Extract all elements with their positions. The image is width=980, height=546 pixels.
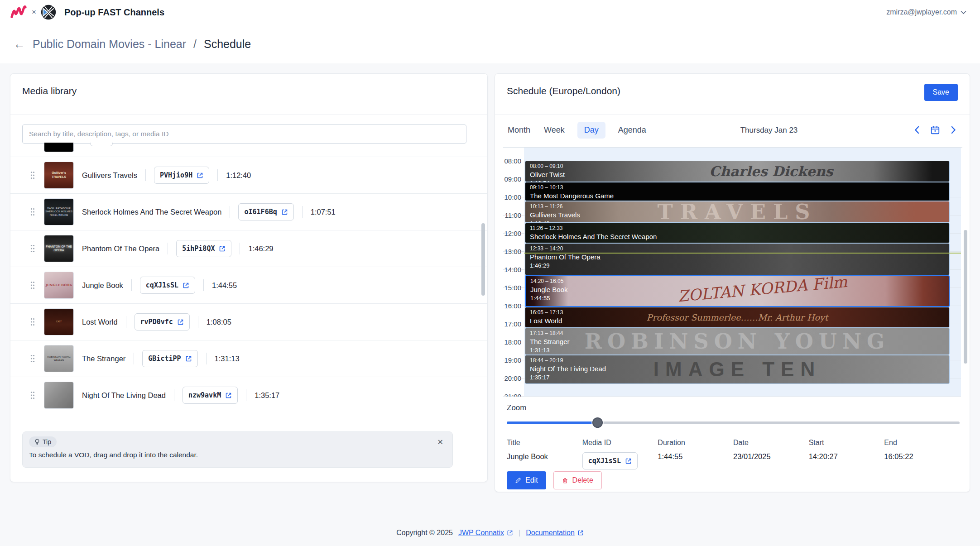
media-library-title: Media library	[22, 86, 77, 96]
detail-value: 23/01/2025	[733, 452, 809, 461]
event-content: 17:13 – 18:44The Stranger1:31:13	[525, 328, 949, 355]
calendar-event[interactable]: 12:33 – 14:20Phantom Of The Opera1:46:29	[525, 243, 950, 275]
back-arrow[interactable]: ←	[14, 37, 25, 51]
media-id-chip[interactable]: cqXJ1sSL	[140, 277, 195, 294]
event-details: TitleJungle BookMedia IDcqXJ1sSLDuration…	[507, 439, 960, 469]
event-time-range: 10:13 – 11:26	[530, 203, 945, 210]
media-thumbnail: PHANTOM OF THE OPERA	[44, 235, 74, 262]
separator	[198, 316, 198, 328]
media-row[interactable]: Night Of The Living Deadnzw9avkM1:35:17	[10, 377, 487, 413]
media-id-chip[interactable]: cqXJ1sSL	[582, 452, 638, 469]
event-content: 12:33 – 14:20Phantom Of The Opera1:46:29	[525, 244, 949, 271]
media-row[interactable]: CASTLost WorldrvPD0vfc1:08:05	[10, 304, 487, 340]
media-thumbnail	[44, 143, 74, 152]
event-time-range: 14:20 – 16:05	[530, 278, 944, 284]
calendar-icon[interactable]	[930, 125, 940, 135]
tab-day[interactable]: Day	[577, 122, 605, 139]
detail-column: Duration1:44:55	[658, 439, 733, 469]
media-id-chip[interactable]: oI61F6Bq	[238, 203, 293, 220]
separator	[230, 206, 230, 218]
zoom-slider[interactable]	[507, 421, 960, 424]
event-title: Lost World	[530, 317, 945, 325]
event-duration: 1:46:29	[530, 262, 945, 269]
tab-month[interactable]: Month	[507, 122, 531, 139]
calendar-event[interactable]: Charles Dickens08:00 – 09:10Oliver Twist…	[525, 161, 950, 182]
detail-label: Title	[507, 439, 582, 447]
edit-button[interactable]: Edit	[507, 471, 546, 489]
media-duration: 1:46:29	[248, 244, 273, 253]
media-row[interactable]: PHANTOM OF THE OPERAPhantom Of The Opera…	[10, 230, 487, 267]
media-id-chip[interactable]: PVHjio9H	[154, 167, 209, 184]
jwplayer-logo	[10, 5, 27, 19]
separator	[203, 279, 204, 291]
save-button[interactable]: Save	[924, 84, 958, 101]
calendar-toolbar: MonthWeekDayAgenda Thursday Jan 23	[495, 115, 970, 147]
calendar-event[interactable]: 11:26 – 12:33Sherlock Holmes And The Sec…	[525, 223, 950, 243]
drag-handle-icon[interactable]	[29, 208, 36, 216]
media-list-scrollbar[interactable]	[481, 223, 485, 296]
drag-handle-icon[interactable]	[29, 171, 36, 179]
event-title: The Stranger	[530, 338, 945, 345]
tab-week[interactable]: Week	[543, 122, 566, 139]
detail-label: Date	[733, 439, 809, 447]
drag-handle-icon[interactable]	[29, 318, 36, 326]
drag-handle-icon[interactable]	[29, 391, 36, 399]
media-duration: 1:35:17	[255, 391, 279, 400]
media-row-partial[interactable]	[10, 143, 487, 157]
media-duration: 1:12:40	[226, 171, 251, 180]
event-time-range: 12:33 – 14:20	[530, 245, 945, 252]
tab-agenda[interactable]: Agenda	[617, 122, 647, 139]
detail-label: End	[884, 439, 960, 447]
calendar-event[interactable]: ZOLTAN KORDA Film14:20 – 16:05Jungle Boo…	[525, 275, 950, 307]
media-row[interactable]: JUNGLE BOOKJungle BookcqXJ1sSL1:44:55	[10, 267, 487, 304]
breadcrumb-channel-link[interactable]: Public Domain Movies - Linear	[33, 38, 186, 51]
external-link-icon	[507, 530, 513, 536]
media-id-chip[interactable]: rvPD0vfc	[135, 313, 190, 330]
tip-badge: Tip	[29, 436, 57, 447]
calendar-event[interactable]: Professor Summerlee……Mr. Arthur Hoyt16:0…	[525, 307, 950, 327]
event-time-range: 08:00 – 09:10	[530, 163, 945, 169]
search-input[interactable]	[22, 125, 466, 144]
delete-button[interactable]: Delete	[553, 471, 602, 489]
calendar-scrollbar[interactable]	[964, 230, 967, 364]
user-menu[interactable]: zmirza@jwplayer.com	[886, 0, 966, 24]
day-calendar[interactable]: 08:0009:0010:0011:0012:0013:0014:0015:00…	[503, 147, 962, 397]
zoom-slider-thumb[interactable]	[592, 417, 603, 428]
tip-box: Tip ✕ To schedule a VOD, drag and drop i…	[22, 431, 453, 468]
zoom-label: Zoom	[507, 403, 526, 412]
calendar-event[interactable]: IMAGE TEN18:44 – 20:19Night Of The Livin…	[525, 355, 950, 383]
media-id-chip[interactable]	[90, 143, 113, 146]
calendar-event[interactable]: TRAVELS10:13 – 11:26Gullivers Travels1:1…	[525, 201, 950, 223]
drag-handle-icon[interactable]	[29, 281, 36, 289]
jwp-connatix-link[interactable]: JWP Connatix	[458, 529, 513, 537]
events-layer: Charles Dickens08:00 – 09:10Oliver Twist…	[503, 148, 962, 397]
calendar-date-label: Thursday Jan 23	[730, 126, 807, 135]
media-row[interactable]: BASIL RATHBONE SHERLOCK HOLMES NIGEL BRU…	[10, 194, 487, 230]
drag-handle-icon[interactable]	[29, 244, 36, 253]
footer: Copyright © 2025 JWP Connatix | Document…	[0, 529, 980, 537]
media-id-chip[interactable]: nzw9avkM	[183, 387, 238, 404]
connatix-logo	[41, 5, 56, 20]
media-library-panel: Media library Gulliver's TRAVELSGulliver…	[10, 73, 488, 482]
drag-handle-icon[interactable]	[29, 354, 36, 363]
media-id-chip[interactable]: GBictiPP	[142, 350, 197, 367]
chevron-left-icon[interactable]	[914, 126, 919, 134]
calendar-event[interactable]: 09:10 – 10:13The Most Dangerous Game	[525, 182, 950, 201]
calendar-event[interactable]: ROBINSON YOUNG17:13 – 18:44The Stranger1…	[525, 328, 950, 355]
chevron-right-icon[interactable]	[951, 126, 956, 134]
event-content: 14:20 – 16:05Jungle Book1:44:55	[526, 276, 949, 303]
media-row[interactable]: ROBINSON·YOUNG WELLESThe StrangerGBictiP…	[10, 340, 487, 377]
close-icon[interactable]: ✕	[435, 437, 446, 447]
media-id-chip[interactable]: 5ihPi8QX	[176, 240, 231, 257]
media-row[interactable]: Gulliver's TRAVELSGullivers TravelsPVHji…	[10, 157, 487, 194]
separator	[240, 243, 240, 254]
breadcrumb-separator: /	[193, 38, 197, 51]
event-duration: 1:10:54	[530, 180, 945, 182]
event-title: Sherlock Holmes And The Secret Weapon	[530, 233, 945, 240]
media-thumbnail: Gulliver's TRAVELS	[44, 162, 74, 189]
external-link-icon	[185, 355, 192, 362]
footer-separator: |	[519, 529, 520, 537]
external-link-icon	[183, 282, 189, 289]
event-content: 18:44 – 20:19Night Of The Living Dead1:3…	[525, 355, 949, 383]
documentation-link[interactable]: Documentation	[526, 529, 584, 537]
